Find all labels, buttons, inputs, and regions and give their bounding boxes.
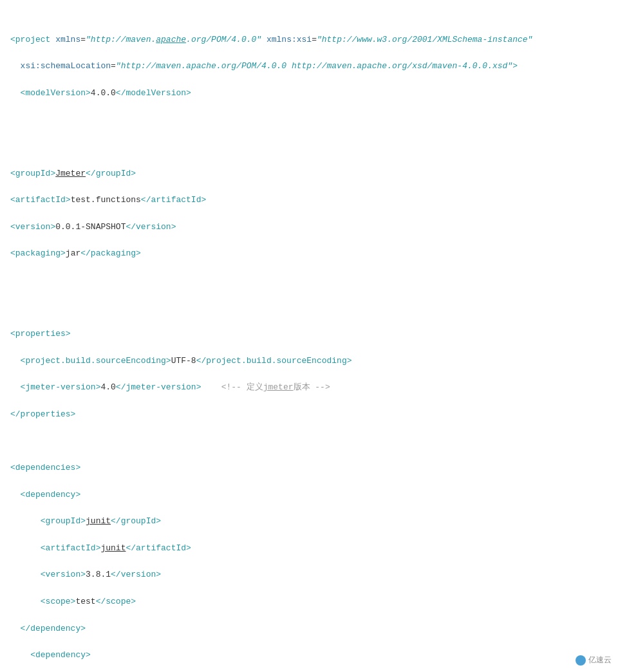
text: 4.0 <box>100 382 115 392</box>
line-20: <artifactId>junit</artifactId> <box>10 542 608 555</box>
line-2: xsi:schemaLocation="http://maven.apache.… <box>10 60 608 73</box>
tag: </properties> <box>10 409 75 419</box>
line-13: <project.build.sourceEncoding>UTF-8</pro… <box>10 355 608 368</box>
tag: <modelVersion> <box>21 88 91 98</box>
text: = <box>80 35 86 44</box>
line-18: <dependency> <box>10 489 608 502</box>
line-15: </properties> <box>10 408 608 422</box>
text: = <box>312 35 317 44</box>
line-1: <project xmlns="http://maven.apache.org/… <box>10 33 608 47</box>
tag: </groupId> <box>86 169 136 178</box>
line-10 <box>10 274 608 288</box>
line-22: <scope>test</scope> <box>10 595 608 609</box>
text: test <box>75 597 95 606</box>
tag: </project.build.sourceEncoding> <box>196 356 352 366</box>
text: junit <box>86 516 111 526</box>
attr-name: xmlns <box>55 35 80 44</box>
tag: </version> <box>126 222 176 232</box>
line-5 <box>10 140 608 154</box>
line-23: </dependency> <box>10 622 608 636</box>
tag: </dependency> <box>21 624 86 633</box>
tag: </modelVersion> <box>116 88 191 98</box>
line-12: <properties> <box>10 328 608 341</box>
tag: <packaging> <box>10 248 66 258</box>
tag: </version> <box>111 570 161 579</box>
tag: <dependency> <box>21 490 81 499</box>
tag: </groupId> <box>111 516 161 526</box>
tag: </scope> <box>96 597 136 606</box>
text: UTF-8 <box>171 356 196 366</box>
tag: </artifactId> <box>126 543 191 553</box>
text: 4.0.0 <box>91 88 116 98</box>
text <box>261 35 267 44</box>
text: = <box>111 61 116 71</box>
code-editor: <project xmlns="http://maven.apache.org/… <box>0 0 618 672</box>
line-6: <groupId>Jmeter</groupId> <box>10 167 608 181</box>
tag: <dependency> <box>30 650 91 660</box>
line-7: <artifactId>test.functions</artifactId> <box>10 194 608 207</box>
line-4 <box>10 113 608 127</box>
tag: > <box>512 61 518 71</box>
tag: <groupId> <box>41 516 86 526</box>
line-19: <groupId>junit</groupId> <box>10 515 608 528</box>
attr-value: "http://maven.apache.org/POM/4.0.0" <box>86 35 261 44</box>
text: 0.0.1-SNAPSHOT <box>55 222 126 232</box>
line-24: <dependency> <box>10 649 608 662</box>
watermark-text: 亿速云 <box>588 655 612 666</box>
text <box>201 382 221 392</box>
line-9: <packaging>jar</packaging> <box>10 247 608 261</box>
line-3: <modelVersion>4.0.0</modelVersion> <box>10 87 608 100</box>
line-17: <dependencies> <box>10 462 608 475</box>
tag: <artifactId> <box>41 543 101 553</box>
line-16 <box>10 435 608 449</box>
attr-name: xsi:schemaLocation <box>21 61 111 71</box>
tag: <properties> <box>10 329 71 339</box>
text: 3.8.1 <box>86 570 111 579</box>
line-11 <box>10 301 608 315</box>
tag: </jmeter-version> <box>116 382 201 392</box>
tag: <dependencies> <box>10 463 80 472</box>
attr-value: "http://maven.apache.org/POM/4.0.0 http:… <box>116 61 512 71</box>
attr-value: "http://www.w3.org/2001/XMLSchema-instan… <box>317 35 532 44</box>
watermark-icon <box>576 655 586 666</box>
line-21: <version>3.8.1</version> <box>10 568 608 582</box>
text: jar <box>66 248 80 258</box>
tag: <version> <box>41 570 86 579</box>
tag: </artifactId> <box>141 195 206 205</box>
line-8: <version>0.0.1-SNAPSHOT</version> <box>10 221 608 234</box>
tag: <version> <box>10 222 55 232</box>
tag: <project.build.sourceEncoding> <box>21 356 171 366</box>
tag: <jmeter-version> <box>21 382 101 392</box>
tag: <artifactId> <box>10 195 71 205</box>
text: test.functions <box>71 195 141 205</box>
text: junit <box>100 543 126 553</box>
attr-name: xmlns:xsi <box>267 35 312 44</box>
comment: <!-- 定义jmeter版本 --> <box>221 382 330 392</box>
tag: <project <box>10 35 55 44</box>
tag: <groupId> <box>10 169 55 178</box>
line-14: <jmeter-version>4.0</jmeter-version> <!-… <box>10 381 608 395</box>
text: Jmeter <box>55 169 86 178</box>
tag: <scope> <box>41 597 76 606</box>
watermark: 亿速云 <box>576 655 612 666</box>
tag: </packaging> <box>80 248 141 258</box>
